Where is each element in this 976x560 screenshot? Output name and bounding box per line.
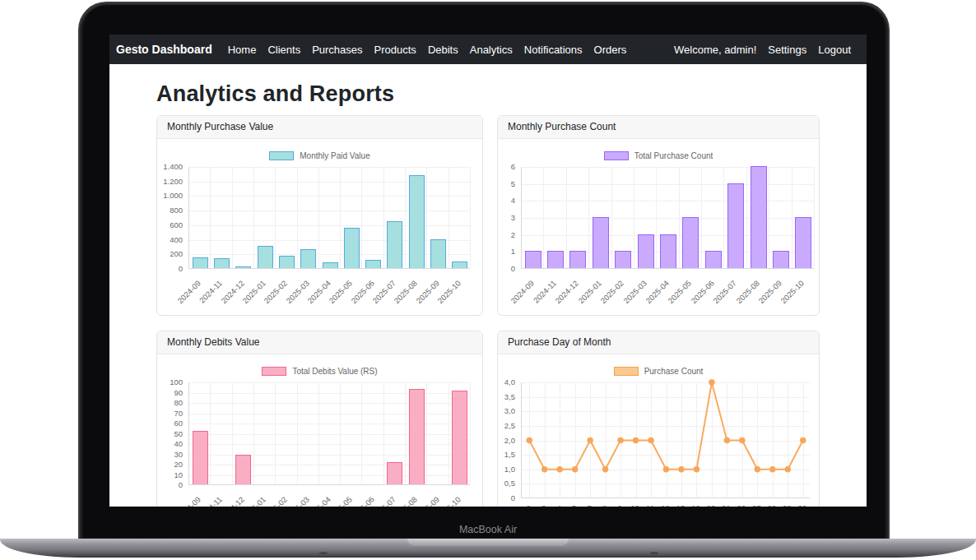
bar	[593, 217, 609, 268]
card-title: Purchase Day of Month	[498, 331, 819, 354]
chart-card-grid: Monthly Purchase Value Monthly Paid Valu…	[156, 115, 820, 507]
grid-line	[361, 382, 362, 484]
logout-link[interactable]: Logout	[812, 44, 857, 56]
y-axis-tick-label: 1,0	[498, 465, 515, 474]
grid-line	[340, 382, 341, 484]
grid-line	[679, 167, 680, 268]
legend-label: Total Purchase Count	[634, 151, 713, 160]
laptop-foot	[319, 552, 328, 554]
x-axis-tick-label: 30	[792, 503, 812, 507]
bar	[615, 251, 631, 268]
grid-line	[634, 167, 634, 268]
grid-line	[405, 167, 406, 268]
grid-line	[426, 382, 427, 484]
bar	[638, 234, 654, 268]
data-point	[694, 466, 699, 472]
data-point	[588, 437, 593, 443]
laptop-mockup: Gesto Dashboard Home Clients Purchases P…	[0, 0, 976, 560]
bar	[452, 261, 467, 268]
bar	[727, 183, 744, 268]
y-axis-tick-label: 50	[157, 430, 183, 438]
x-axis-tick-label: 2024-09	[156, 495, 202, 507]
data-point	[541, 466, 547, 472]
y-axis-tick-label: 90	[157, 389, 183, 397]
data-point	[769, 466, 775, 472]
bar	[409, 389, 425, 484]
y-axis-tick-label: 0	[157, 265, 183, 273]
y-axis-tick-label: 4	[498, 197, 515, 205]
y-axis-tick-label: 3	[498, 214, 515, 222]
nav-item-products[interactable]: Products	[369, 44, 422, 56]
nav-item-home[interactable]: Home	[222, 44, 263, 56]
data-point	[739, 437, 745, 443]
bar	[682, 217, 699, 268]
nav-item-clients[interactable]: Clients	[262, 44, 306, 56]
y-axis-tick-label: 40	[157, 440, 183, 448]
y-axis-tick-label: 60	[157, 419, 183, 428]
chart-plot-area	[188, 382, 470, 485]
nav-item-notifications[interactable]: Notifications	[518, 44, 588, 56]
nav-item-orders[interactable]: Orders	[588, 44, 633, 56]
macbook-air-label: MacBook Air	[0, 524, 976, 535]
grid-line	[448, 167, 449, 268]
navbar-brand[interactable]: Gesto Dashboard	[116, 43, 212, 56]
grid-line	[210, 382, 211, 484]
grid-line	[701, 167, 702, 268]
grid-line	[405, 382, 406, 484]
y-axis-tick-label: 30	[157, 451, 183, 459]
chart-plot-area	[188, 167, 470, 269]
grid-line	[426, 167, 427, 268]
data-point	[618, 437, 624, 443]
bar	[300, 249, 316, 268]
y-axis-tick-label: 0	[157, 481, 183, 489]
card-title: Monthly Purchase Count	[498, 116, 819, 139]
y-axis-tick-label: 80	[157, 399, 183, 407]
y-axis-tick-label: 2	[498, 231, 515, 239]
bar	[409, 175, 425, 268]
welcome-text: Welcome, admin!	[668, 44, 762, 56]
nav-item-debits[interactable]: Debits	[422, 44, 464, 56]
data-point	[709, 380, 715, 386]
navbar-right: Welcome, admin! Settings Logout	[668, 44, 857, 56]
bar	[430, 239, 446, 268]
data-point	[572, 466, 578, 472]
card-monthly-purchase-value: Monthly Purchase Value Monthly Paid Valu…	[156, 115, 483, 316]
grid-line	[361, 167, 362, 268]
bar	[279, 256, 295, 268]
grid-line	[746, 167, 747, 268]
legend-swatch	[604, 151, 629, 160]
chart-plot-area	[521, 382, 810, 498]
bar	[193, 257, 208, 268]
laptop-lid-notch	[407, 539, 569, 546]
data-point	[633, 437, 639, 443]
grid-line	[723, 167, 724, 268]
y-axis-tick-label: 20	[157, 460, 183, 469]
y-axis-tick-label: 0	[498, 265, 515, 273]
monthly-debits-value-chart: 01020304050607080901002024-092024-112024…	[157, 382, 482, 507]
nav-item-analytics[interactable]: Analytics	[464, 44, 518, 56]
y-axis-tick-label: 6	[498, 163, 515, 171]
y-axis-tick-label: 600	[157, 221, 183, 229]
legend-label: Purchase Count	[644, 367, 704, 376]
y-axis-tick-label: 1.000	[157, 192, 183, 200]
grid-line	[792, 167, 792, 268]
bar	[387, 221, 402, 268]
data-point	[663, 466, 669, 472]
grid-line	[275, 167, 276, 268]
legend-swatch	[262, 367, 286, 376]
y-axis-tick-label: 3,0	[498, 407, 515, 415]
grid-line	[769, 167, 769, 268]
y-axis-tick-label: 10	[157, 471, 183, 479]
card-monthly-debits-value: Monthly Debits Value Total Debits Value …	[156, 331, 483, 507]
y-axis-tick-label: 2,5	[498, 422, 515, 430]
legend-label: Monthly Paid Value	[300, 151, 369, 160]
navbar-links: Home Clients Purchases Products Debits A…	[222, 44, 668, 56]
settings-link[interactable]: Settings	[762, 44, 812, 56]
top-navbar: Gesto Dashboard Home Clients Purchases P…	[109, 35, 867, 64]
bar	[525, 251, 541, 268]
nav-item-purchases[interactable]: Purchases	[306, 44, 368, 56]
data-point	[755, 466, 760, 472]
card-purchase-day-of-month: Purchase Day of Month Purchase Count 00,…	[497, 331, 820, 507]
page-title: Analytics and Reports	[156, 81, 820, 107]
grid-line	[318, 382, 319, 484]
